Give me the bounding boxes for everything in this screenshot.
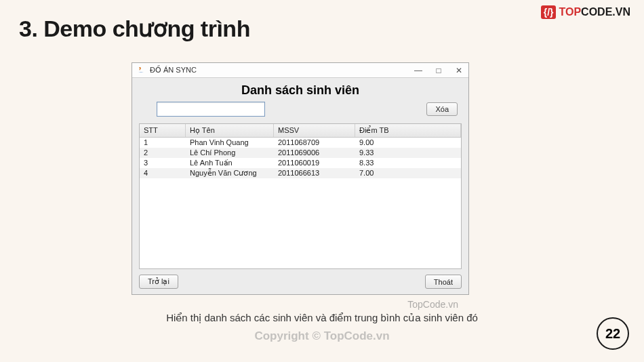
cell-stt: 3 [140, 158, 186, 168]
bottom-button-bar: Trở lại Thoát [139, 275, 462, 289]
watermark-small: TopCode.vn [407, 299, 458, 310]
cell-mssv: 2011060019 [274, 158, 355, 168]
page-number-badge: 22 [597, 317, 629, 350]
table-row[interactable]: 4 Nguyễn Văn Cương 2011066613 7.00 [140, 168, 461, 178]
student-table[interactable]: STT Họ Tên MSSV Điểm TB 1 Phan Vinh Quan… [139, 123, 462, 269]
cell-mssv: 2011066613 [274, 168, 355, 178]
table-row[interactable]: 2 Lê Chí Phong 2011069006 9.33 [140, 148, 461, 158]
watermark-large: Copyright © TopCode.vn [0, 329, 644, 343]
cell-stt: 1 [140, 138, 186, 148]
cell-mssv: 2011069006 [274, 148, 355, 158]
cell-name: Nguyễn Văn Cương [186, 168, 274, 178]
cell-name: Phan Vinh Quang [186, 138, 274, 148]
window-title: ĐỒ ÁN SYNC [150, 66, 197, 75]
minimize-button[interactable]: — [413, 66, 424, 75]
cell-name: Lê Chí Phong [186, 148, 274, 158]
cell-name: Lê Anh Tuấn [186, 158, 274, 168]
th-name[interactable]: Họ Tên [186, 124, 274, 137]
cell-stt: 2 [140, 148, 186, 158]
cell-stt: 4 [140, 168, 186, 178]
cell-gpa: 8.33 [355, 158, 461, 168]
app-window: ĐỒ ÁN SYNC — □ ✕ Danh sách sinh viên Xóa… [132, 62, 469, 295]
th-mssv[interactable]: MSSV [274, 124, 355, 137]
titlebar[interactable]: ĐỒ ÁN SYNC — □ ✕ [132, 63, 468, 78]
table-row[interactable]: 1 Phan Vinh Quang 2011068709 9.00 [140, 138, 461, 148]
slide-title: 3. Demo chương trình [19, 15, 250, 42]
table-body: 1 Phan Vinh Quang 2011068709 9.00 2 Lê C… [140, 138, 461, 178]
cell-mssv: 2011068709 [274, 138, 355, 148]
window-heading: Danh sách sinh viên [139, 83, 462, 98]
delete-button[interactable]: Xóa [426, 102, 458, 116]
slide-caption: Hiển thị danh sách các sinh viên và điểm… [0, 312, 644, 324]
brand-name-red: TOP [559, 6, 581, 18]
java-icon [136, 66, 146, 75]
search-input[interactable] [157, 102, 265, 117]
window-controls: — □ ✕ [413, 66, 464, 75]
table-header-row: STT Họ Tên MSSV Điểm TB [140, 124, 461, 138]
brand-icon: {/} [541, 5, 557, 19]
back-button[interactable]: Trở lại [139, 275, 178, 289]
cell-gpa: 9.00 [355, 138, 461, 148]
window-body: Danh sách sinh viên Xóa STT Họ Tên MSSV … [132, 78, 468, 294]
cell-gpa: 9.33 [355, 148, 461, 158]
input-row: Xóa [139, 102, 462, 117]
brand-logo: {/} TOPCODE.VN [541, 5, 630, 19]
table-row[interactable]: 3 Lê Anh Tuấn 2011060019 8.33 [140, 158, 461, 168]
close-button[interactable]: ✕ [454, 66, 464, 75]
brand-name-black: CODE.VN [581, 6, 630, 18]
maximize-button[interactable]: □ [433, 66, 444, 75]
cell-gpa: 7.00 [355, 168, 461, 178]
th-stt[interactable]: STT [140, 124, 186, 137]
exit-button[interactable]: Thoát [425, 275, 462, 289]
th-gpa[interactable]: Điểm TB [355, 124, 461, 137]
